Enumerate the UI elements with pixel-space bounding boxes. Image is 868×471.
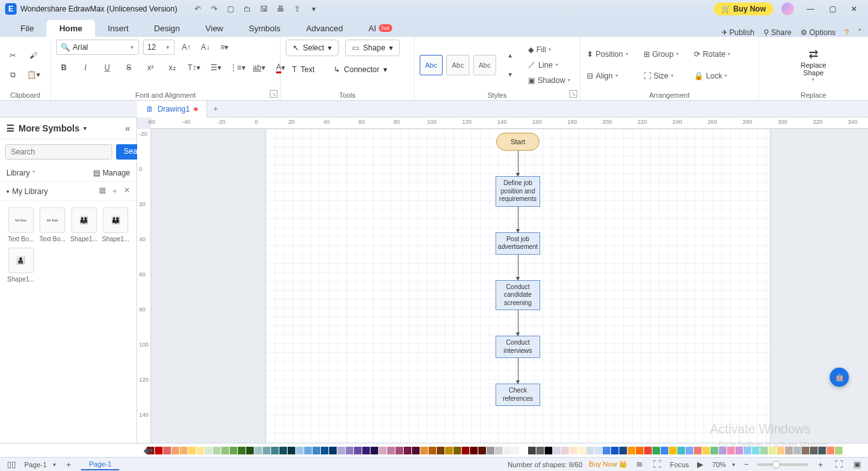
zoom-slider[interactable]: [757, 463, 808, 466]
rotate-menu[interactable]: ⟳ Rotate▾: [693, 48, 732, 61]
format-painter-icon[interactable]: 🖌: [26, 48, 41, 63]
text-tool[interactable]: T Text: [286, 61, 321, 78]
color-swatch[interactable]: [802, 447, 809, 454]
underline-icon[interactable]: U: [99, 60, 115, 75]
color-swatch[interactable]: [719, 447, 726, 454]
color-swatch[interactable]: [777, 447, 784, 454]
color-swatch[interactable]: [769, 447, 776, 454]
page-tab[interactable]: Page-1: [81, 459, 119, 470]
buy-now-button[interactable]: 🛒 Buy Now: [714, 3, 774, 15]
color-swatch[interactable]: [196, 447, 204, 454]
color-swatch[interactable]: [321, 447, 328, 454]
library-label[interactable]: Library: [6, 168, 30, 177]
color-swatch[interactable]: [652, 447, 660, 454]
fill-menu[interactable]: ◆ Fill ▾: [527, 43, 571, 56]
color-swatch[interactable]: [553, 447, 561, 454]
flowchart-process[interactable]: Check references: [496, 384, 540, 406]
flowchart-connector[interactable]: [518, 358, 519, 384]
flowchart-connector[interactable]: [518, 255, 519, 280]
zoom-in-button[interactable]: ＋: [814, 459, 827, 470]
paste-icon[interactable]: 📋▾: [26, 67, 41, 82]
italic-icon[interactable]: I: [78, 60, 93, 75]
document-tab[interactable]: 🗎 Drawing1: [137, 101, 207, 117]
style-up-icon[interactable]: ▲: [503, 48, 518, 63]
font-launcher[interactable]: ↘: [270, 90, 277, 98]
color-swatch[interactable]: [487, 447, 494, 454]
color-swatch[interactable]: [387, 447, 395, 454]
color-swatch[interactable]: [445, 447, 453, 454]
color-swatch[interactable]: [329, 447, 337, 454]
color-swatch[interactable]: [511, 447, 519, 454]
layers-icon[interactable]: ≋: [634, 460, 645, 469]
page[interactable]: Start Define job position and requiremen…: [266, 129, 770, 443]
color-swatch[interactable]: [346, 447, 353, 454]
color-swatch[interactable]: [379, 447, 386, 454]
color-swatch[interactable]: [313, 447, 320, 454]
copy-icon[interactable]: ⧉: [5, 67, 20, 82]
focus-label[interactable]: Focus: [670, 461, 689, 468]
zoom-out-button[interactable]: −: [742, 460, 751, 469]
more-symbols-label[interactable]: More Symbols: [18, 123, 80, 133]
buy-now-link[interactable]: Buy Now 👑: [589, 460, 628, 468]
color-swatch[interactable]: [478, 447, 486, 454]
export-icon[interactable]: ⇪: [292, 4, 302, 14]
color-swatch[interactable]: [785, 447, 793, 454]
color-swatch[interactable]: [570, 447, 577, 454]
bold-icon[interactable]: B: [56, 60, 71, 75]
my-library-label[interactable]: My Library: [12, 187, 48, 196]
color-swatch[interactable]: [371, 447, 378, 454]
ai-assistant-button[interactable]: 🤖: [830, 368, 849, 387]
color-swatch[interactable]: [835, 447, 842, 454]
lib-add-icon[interactable]: ＋: [111, 186, 119, 197]
color-swatch[interactable]: [172, 447, 179, 454]
style-preset-3[interactable]: Abc: [473, 55, 496, 75]
replace-shape-button[interactable]: ⇄ Replace Shape ▾: [800, 47, 826, 82]
color-swatch[interactable]: [793, 447, 801, 454]
fullscreen-icon[interactable]: ▣: [851, 460, 863, 469]
color-swatch[interactable]: [586, 447, 594, 454]
select-tool[interactable]: ↖ Select ▾: [286, 40, 339, 56]
color-swatch[interactable]: [686, 447, 693, 454]
print-icon[interactable]: 🖶: [276, 4, 286, 14]
tab-advanced[interactable]: Advanced: [293, 20, 356, 37]
line-spacing-icon[interactable]: T↕▾: [186, 60, 202, 75]
color-swatch[interactable]: [694, 447, 702, 454]
size-menu[interactable]: ⛶ Size▾: [642, 70, 680, 82]
color-swatch[interactable]: [578, 447, 585, 454]
tab-file[interactable]: File: [8, 20, 47, 37]
tab-home[interactable]: Home: [47, 20, 95, 37]
color-swatch[interactable]: [827, 447, 834, 454]
color-picker-icon[interactable]: ◆▾: [140, 443, 156, 458]
color-swatch[interactable]: [545, 447, 552, 454]
color-swatch[interactable]: [760, 447, 768, 454]
color-swatch[interactable]: [362, 447, 370, 454]
styles-launcher[interactable]: ↘: [570, 90, 577, 98]
color-swatch[interactable]: [495, 447, 503, 454]
color-swatch[interactable]: [188, 447, 196, 454]
color-swatch[interactable]: [213, 447, 221, 454]
flowchart-process[interactable]: Conduct interviews: [496, 336, 540, 358]
tab-ai[interactable]: AIhot: [356, 20, 405, 37]
align-dropdown-icon[interactable]: ≡▾: [217, 40, 232, 55]
color-swatch[interactable]: [296, 447, 304, 454]
color-swatch[interactable]: [155, 447, 163, 454]
superscript-icon[interactable]: x²: [143, 60, 158, 75]
color-swatch[interactable]: [619, 447, 627, 454]
subscript-icon[interactable]: x₂: [165, 60, 180, 75]
color-swatch[interactable]: [163, 447, 171, 454]
symbol-item[interactable]: 👨‍👩‍👦Shape1...: [101, 207, 131, 243]
color-swatch[interactable]: [337, 447, 345, 454]
bullets-icon[interactable]: ☰▾: [208, 60, 223, 75]
color-swatch[interactable]: [520, 447, 527, 454]
symbol-item[interactable]: txt boxText Bo...: [38, 207, 68, 243]
presentation-icon[interactable]: ▶: [695, 460, 705, 469]
color-swatch[interactable]: [238, 447, 246, 454]
color-swatch[interactable]: [710, 447, 718, 454]
flowchart-process[interactable]: Conduct candidate screening: [496, 280, 540, 311]
color-swatch[interactable]: [404, 447, 411, 454]
color-swatch[interactable]: [412, 447, 420, 454]
page-selector[interactable]: Page-1: [24, 461, 47, 468]
flowchart-process[interactable]: Define job position and requirements: [496, 176, 540, 207]
tab-symbols[interactable]: Symbols: [236, 20, 293, 37]
color-swatch[interactable]: [594, 447, 602, 454]
